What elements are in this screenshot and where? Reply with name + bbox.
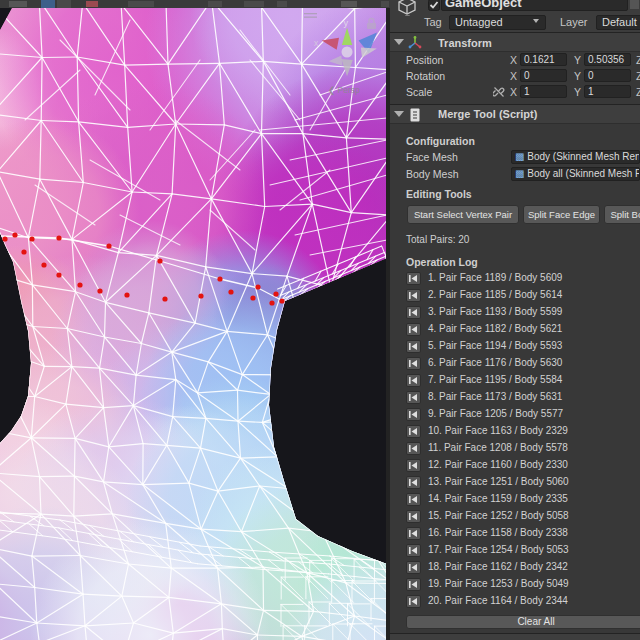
svg-text:❮ Persp: ❮ Persp [328, 85, 360, 96]
svg-text:y: y [344, 18, 349, 28]
svg-text:x: x [314, 38, 319, 48]
